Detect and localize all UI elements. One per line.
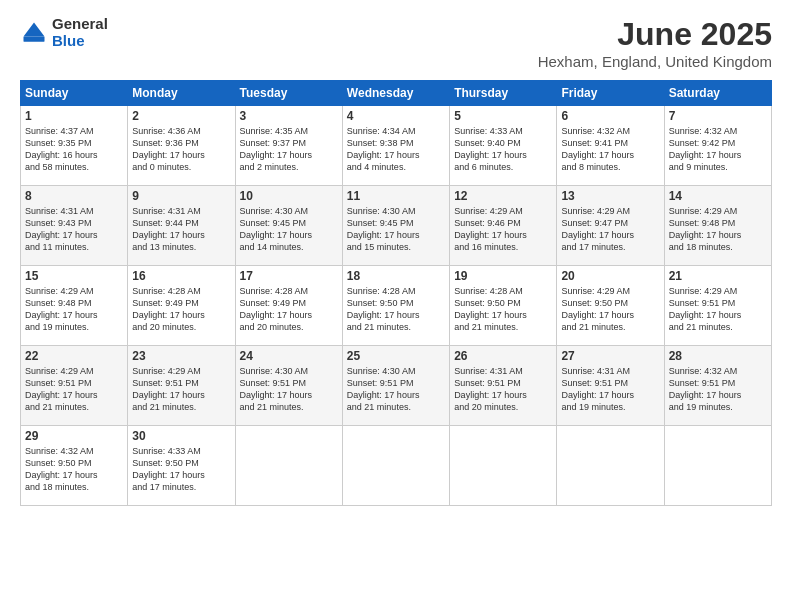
day-info: Sunrise: 4:32 AMSunset: 9:41 PMDaylight:… xyxy=(561,125,659,174)
table-row: 26Sunrise: 4:31 AMSunset: 9:51 PMDayligh… xyxy=(450,346,557,426)
day-number: 15 xyxy=(25,269,123,283)
day-number: 11 xyxy=(347,189,445,203)
logo-blue-text: Blue xyxy=(52,33,108,50)
day-info: Sunrise: 4:32 AMSunset: 9:51 PMDaylight:… xyxy=(669,365,767,414)
table-row: 16Sunrise: 4:28 AMSunset: 9:49 PMDayligh… xyxy=(128,266,235,346)
logo-general-text: General xyxy=(52,16,108,33)
week-row-2: 8Sunrise: 4:31 AMSunset: 9:43 PMDaylight… xyxy=(21,186,772,266)
table-row: 24Sunrise: 4:30 AMSunset: 9:51 PMDayligh… xyxy=(235,346,342,426)
day-number: 14 xyxy=(669,189,767,203)
day-number: 7 xyxy=(669,109,767,123)
table-row: 12Sunrise: 4:29 AMSunset: 9:46 PMDayligh… xyxy=(450,186,557,266)
title-block: June 2025 Hexham, England, United Kingdo… xyxy=(538,16,772,70)
table-row: 30Sunrise: 4:33 AMSunset: 9:50 PMDayligh… xyxy=(128,426,235,506)
table-row: 29Sunrise: 4:32 AMSunset: 9:50 PMDayligh… xyxy=(21,426,128,506)
day-info: Sunrise: 4:29 AMSunset: 9:48 PMDaylight:… xyxy=(25,285,123,334)
day-info: Sunrise: 4:29 AMSunset: 9:51 PMDaylight:… xyxy=(132,365,230,414)
day-number: 10 xyxy=(240,189,338,203)
day-number: 2 xyxy=(132,109,230,123)
day-info: Sunrise: 4:35 AMSunset: 9:37 PMDaylight:… xyxy=(240,125,338,174)
col-thursday: Thursday xyxy=(450,81,557,106)
day-info: Sunrise: 4:30 AMSunset: 9:45 PMDaylight:… xyxy=(240,205,338,254)
day-number: 29 xyxy=(25,429,123,443)
day-number: 12 xyxy=(454,189,552,203)
day-info: Sunrise: 4:34 AMSunset: 9:38 PMDaylight:… xyxy=(347,125,445,174)
table-row: 1Sunrise: 4:37 AMSunset: 9:35 PMDaylight… xyxy=(21,106,128,186)
day-info: Sunrise: 4:30 AMSunset: 9:51 PMDaylight:… xyxy=(347,365,445,414)
table-row: 27Sunrise: 4:31 AMSunset: 9:51 PMDayligh… xyxy=(557,346,664,426)
day-info: Sunrise: 4:29 AMSunset: 9:51 PMDaylight:… xyxy=(669,285,767,334)
week-row-4: 22Sunrise: 4:29 AMSunset: 9:51 PMDayligh… xyxy=(21,346,772,426)
table-row: 21Sunrise: 4:29 AMSunset: 9:51 PMDayligh… xyxy=(664,266,771,346)
day-number: 28 xyxy=(669,349,767,363)
table-row xyxy=(450,426,557,506)
day-info: Sunrise: 4:30 AMSunset: 9:45 PMDaylight:… xyxy=(347,205,445,254)
day-info: Sunrise: 4:32 AMSunset: 9:50 PMDaylight:… xyxy=(25,445,123,494)
table-row xyxy=(557,426,664,506)
day-info: Sunrise: 4:29 AMSunset: 9:51 PMDaylight:… xyxy=(25,365,123,414)
day-info: Sunrise: 4:29 AMSunset: 9:50 PMDaylight:… xyxy=(561,285,659,334)
day-number: 5 xyxy=(454,109,552,123)
day-number: 9 xyxy=(132,189,230,203)
day-info: Sunrise: 4:31 AMSunset: 9:51 PMDaylight:… xyxy=(561,365,659,414)
week-row-3: 15Sunrise: 4:29 AMSunset: 9:48 PMDayligh… xyxy=(21,266,772,346)
calendar-table: Sunday Monday Tuesday Wednesday Thursday… xyxy=(20,80,772,506)
table-row: 14Sunrise: 4:29 AMSunset: 9:48 PMDayligh… xyxy=(664,186,771,266)
day-number: 18 xyxy=(347,269,445,283)
page: General Blue June 2025 Hexham, England, … xyxy=(0,0,792,612)
table-row: 11Sunrise: 4:30 AMSunset: 9:45 PMDayligh… xyxy=(342,186,449,266)
day-number: 13 xyxy=(561,189,659,203)
day-number: 16 xyxy=(132,269,230,283)
logo-text: General Blue xyxy=(52,16,108,49)
day-number: 1 xyxy=(25,109,123,123)
logo-icon xyxy=(20,19,48,47)
calendar-body: 1Sunrise: 4:37 AMSunset: 9:35 PMDaylight… xyxy=(21,106,772,506)
col-monday: Monday xyxy=(128,81,235,106)
col-sunday: Sunday xyxy=(21,81,128,106)
header-row: Sunday Monday Tuesday Wednesday Thursday… xyxy=(21,81,772,106)
day-info: Sunrise: 4:37 AMSunset: 9:35 PMDaylight:… xyxy=(25,125,123,174)
table-row: 15Sunrise: 4:29 AMSunset: 9:48 PMDayligh… xyxy=(21,266,128,346)
table-row: 5Sunrise: 4:33 AMSunset: 9:40 PMDaylight… xyxy=(450,106,557,186)
week-row-5: 29Sunrise: 4:32 AMSunset: 9:50 PMDayligh… xyxy=(21,426,772,506)
day-number: 25 xyxy=(347,349,445,363)
day-number: 20 xyxy=(561,269,659,283)
table-row: 18Sunrise: 4:28 AMSunset: 9:50 PMDayligh… xyxy=(342,266,449,346)
day-info: Sunrise: 4:29 AMSunset: 9:48 PMDaylight:… xyxy=(669,205,767,254)
table-row: 28Sunrise: 4:32 AMSunset: 9:51 PMDayligh… xyxy=(664,346,771,426)
table-row: 13Sunrise: 4:29 AMSunset: 9:47 PMDayligh… xyxy=(557,186,664,266)
day-number: 3 xyxy=(240,109,338,123)
day-info: Sunrise: 4:31 AMSunset: 9:44 PMDaylight:… xyxy=(132,205,230,254)
day-number: 17 xyxy=(240,269,338,283)
day-number: 30 xyxy=(132,429,230,443)
title-month: June 2025 xyxy=(538,16,772,53)
title-location: Hexham, England, United Kingdom xyxy=(538,53,772,70)
day-info: Sunrise: 4:29 AMSunset: 9:46 PMDaylight:… xyxy=(454,205,552,254)
day-number: 23 xyxy=(132,349,230,363)
day-info: Sunrise: 4:33 AMSunset: 9:40 PMDaylight:… xyxy=(454,125,552,174)
svg-rect-1 xyxy=(24,36,45,41)
table-row: 25Sunrise: 4:30 AMSunset: 9:51 PMDayligh… xyxy=(342,346,449,426)
table-row xyxy=(342,426,449,506)
table-row: 7Sunrise: 4:32 AMSunset: 9:42 PMDaylight… xyxy=(664,106,771,186)
day-info: Sunrise: 4:31 AMSunset: 9:43 PMDaylight:… xyxy=(25,205,123,254)
table-row: 17Sunrise: 4:28 AMSunset: 9:49 PMDayligh… xyxy=(235,266,342,346)
svg-marker-0 xyxy=(24,22,45,36)
day-number: 4 xyxy=(347,109,445,123)
table-row xyxy=(235,426,342,506)
day-number: 24 xyxy=(240,349,338,363)
table-row: 2Sunrise: 4:36 AMSunset: 9:36 PMDaylight… xyxy=(128,106,235,186)
day-number: 19 xyxy=(454,269,552,283)
day-info: Sunrise: 4:29 AMSunset: 9:47 PMDaylight:… xyxy=(561,205,659,254)
day-number: 26 xyxy=(454,349,552,363)
header: General Blue June 2025 Hexham, England, … xyxy=(20,16,772,70)
day-info: Sunrise: 4:28 AMSunset: 9:49 PMDaylight:… xyxy=(240,285,338,334)
col-wednesday: Wednesday xyxy=(342,81,449,106)
table-row: 4Sunrise: 4:34 AMSunset: 9:38 PMDaylight… xyxy=(342,106,449,186)
table-row: 22Sunrise: 4:29 AMSunset: 9:51 PMDayligh… xyxy=(21,346,128,426)
col-friday: Friday xyxy=(557,81,664,106)
col-tuesday: Tuesday xyxy=(235,81,342,106)
day-info: Sunrise: 4:36 AMSunset: 9:36 PMDaylight:… xyxy=(132,125,230,174)
table-row: 19Sunrise: 4:28 AMSunset: 9:50 PMDayligh… xyxy=(450,266,557,346)
table-row: 23Sunrise: 4:29 AMSunset: 9:51 PMDayligh… xyxy=(128,346,235,426)
